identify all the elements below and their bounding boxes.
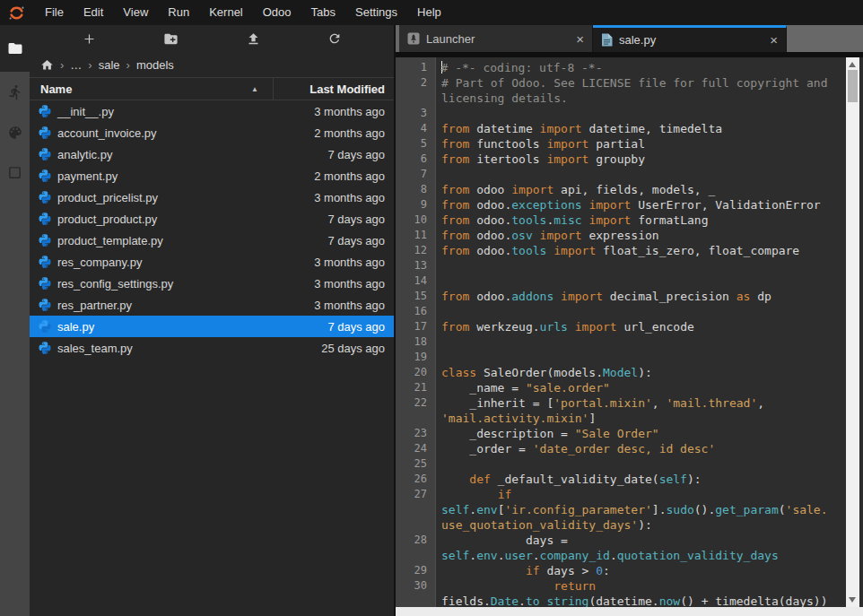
refresh-button[interactable]	[327, 31, 342, 46]
new-launcher-button[interactable]	[82, 31, 97, 47]
code-row: 9from odoo.exceptions import UserError, …	[396, 197, 844, 213]
file-row[interactable]: res_company.py3 months ago	[30, 251, 394, 273]
code-row: 16	[396, 304, 844, 319]
file-name: res_company.py	[57, 256, 142, 269]
line-number	[396, 411, 435, 426]
code-line: from odoo.exceptions import UserError, V…	[435, 197, 821, 213]
code-row: 4from datetime import datetime, timedelt…	[396, 121, 844, 136]
code-row: 18	[396, 334, 844, 350]
file-row[interactable]: res_partner.py3 months ago	[30, 294, 394, 316]
menu-item-odoo[interactable]: Odoo	[253, 0, 301, 25]
code-row: 5from functools import partial	[396, 136, 844, 152]
vertical-scrollbar-thumb[interactable]	[848, 70, 858, 102]
sidebar-tab-open-tabs[interactable]	[0, 152, 30, 193]
sidebar-tab-file-browser[interactable]	[0, 25, 30, 72]
python-icon	[39, 213, 51, 225]
code-line: return	[435, 578, 596, 594]
code-editor[interactable]: 1# -*- coding: utf-8 -*-2# Part of Odoo.…	[396, 57, 863, 607]
sidebar-tab-command-palette[interactable]	[0, 112, 30, 152]
file-row[interactable]: payment.py2 months ago	[30, 165, 394, 187]
tabs-icon	[7, 165, 22, 180]
file-modified: 3 months ago	[314, 191, 394, 204]
code-row: 20class SaleOrder(models.Model):	[396, 365, 844, 380]
file-name: __init__.py	[57, 105, 114, 118]
tab-label: Launcher	[426, 32, 475, 46]
file-row[interactable]: __init__.py3 months ago	[30, 100, 394, 122]
code-line	[435, 273, 441, 289]
code-line	[435, 258, 441, 273]
file-row[interactable]: account_invoice.py2 months ago	[30, 122, 394, 143]
menu-item-help[interactable]: Help	[407, 0, 451, 25]
tab-sale-py[interactable]: sale.py×	[593, 25, 787, 52]
code-line: from odoo.addons import decimal_precisio…	[435, 289, 771, 304]
line-number	[396, 91, 435, 106]
menu: FileEditViewRunKernelOdooTabsSettingsHel…	[35, 0, 451, 25]
file-modified: 7 days ago	[327, 234, 394, 247]
menu-item-file[interactable]: File	[35, 0, 74, 25]
line-number: 16	[396, 304, 435, 319]
line-number: 3	[396, 106, 435, 121]
line-number	[396, 548, 435, 563]
code-row: 8from odoo import api, fields, models, _	[396, 182, 844, 197]
menu-item-kernel[interactable]: Kernel	[199, 0, 253, 25]
line-number: 28	[396, 533, 435, 548]
upload-button[interactable]	[246, 31, 261, 47]
file-name: product_pricelist.py	[57, 191, 158, 204]
close-icon[interactable]: ×	[770, 33, 778, 47]
chevron-right-icon: ›	[126, 58, 130, 72]
file-row[interactable]: product_pricelist.py3 months ago	[30, 187, 394, 208]
line-number: 24	[396, 441, 435, 456]
tab-launcher[interactable]: Launcher×	[399, 25, 593, 52]
sidebar-icon-strip	[0, 25, 30, 616]
file-row[interactable]: product_template.py7 days ago	[30, 230, 394, 251]
menu-item-run[interactable]: Run	[158, 0, 199, 25]
file-name: res_config_settings.py	[57, 277, 173, 291]
code-line: class SaleOrder(models.Model):	[435, 365, 652, 380]
line-number: 7	[396, 167, 435, 182]
vertical-scrollbar[interactable]	[846, 57, 859, 607]
file-row[interactable]: product_product.py7 days ago	[30, 208, 394, 230]
scroll-down-arrow-icon[interactable]	[849, 597, 856, 603]
breadcrumb-home[interactable]	[40, 58, 54, 72]
code-line	[435, 334, 441, 350]
column-header-modified[interactable]: Last Modified	[273, 78, 394, 100]
sidebar-tab-running-sessions[interactable]	[0, 72, 30, 112]
python-file-icon	[601, 33, 613, 47]
code-row: 26 def _default_validity_date(self):	[396, 472, 844, 487]
line-number: 25	[396, 456, 435, 472]
code-row: 'mail.activity.mixin']	[396, 411, 844, 426]
code-row: 30 return	[396, 578, 844, 594]
code-row: 21 _name = "sale.order"	[396, 380, 844, 395]
horizontal-scrollbar[interactable]	[396, 607, 863, 616]
home-icon	[40, 58, 54, 72]
line-number: 23	[396, 426, 435, 441]
scroll-up-arrow-icon[interactable]	[849, 62, 856, 67]
python-icon	[39, 320, 51, 333]
file-row[interactable]: analytic.py7 days ago	[30, 143, 394, 165]
column-header-name[interactable]: Name ▲	[30, 78, 273, 100]
breadcrumb-segment-sale[interactable]: sale	[99, 58, 120, 72]
code-row: 2# Part of Odoo. See LICENSE file for fu…	[396, 75, 844, 91]
code-row: 1# -*- coding: utf-8 -*-	[396, 60, 844, 75]
file-row[interactable]: res_config_settings.py3 months ago	[30, 273, 394, 294]
code-row: 29 if days > 0:	[396, 563, 844, 578]
plus-icon	[82, 31, 97, 47]
new-folder-button[interactable]	[163, 31, 179, 47]
line-number: 13	[396, 258, 435, 273]
close-icon[interactable]: ×	[576, 32, 584, 46]
menu-item-settings[interactable]: Settings	[345, 0, 407, 25]
code-line: 'mail.activity.mixin']	[435, 411, 596, 426]
tab-label: sale.py	[619, 33, 656, 47]
line-number: 26	[396, 472, 435, 487]
file-row[interactable]: sale.py7 days ago	[30, 316, 394, 337]
menu-item-edit[interactable]: Edit	[74, 0, 113, 25]
code-line	[435, 106, 441, 121]
file-list: __init__.py3 months agoaccount_invoice.p…	[30, 100, 394, 616]
breadcrumb-segment-ellipsis[interactable]: …	[70, 58, 82, 72]
files-icon	[7, 40, 23, 56]
file-row[interactable]: sales_team.py25 days ago	[30, 337, 394, 359]
menu-item-view[interactable]: View	[113, 0, 158, 25]
code-area[interactable]: 1# -*- coding: utf-8 -*-2# Part of Odoo.…	[396, 57, 844, 607]
code-row: 17from werkzeug.urls import url_encode	[396, 319, 844, 334]
menu-item-tabs[interactable]: Tabs	[301, 0, 345, 25]
